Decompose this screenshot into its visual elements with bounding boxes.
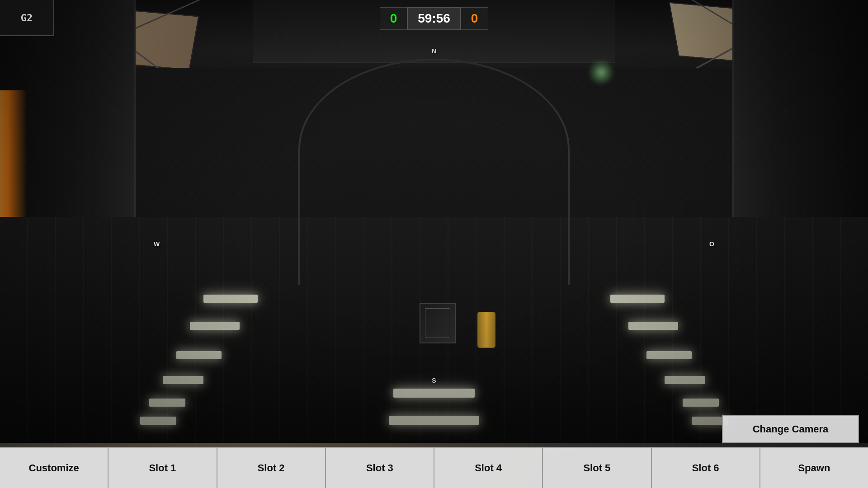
hud-top: 0 59:56 0 — [380, 7, 488, 30]
bottom-bar: Customize Slot 1 Slot 2 Slot 3 Slot 4 Sl… — [0, 447, 868, 488]
floor-panel-r6 — [610, 295, 665, 303]
floor-panel-1 — [140, 417, 176, 425]
compass-north: N — [432, 47, 436, 55]
logo-area: G2 — [0, 0, 54, 36]
logo-text: G2 — [21, 12, 33, 23]
slot6-button[interactable]: Slot 6 — [652, 448, 760, 488]
crate-prop — [420, 303, 456, 343]
change-camera-button[interactable]: Change Camera — [722, 415, 859, 443]
spawn-button[interactable]: Spawn — [760, 448, 868, 488]
floor-panel-c1 — [389, 416, 479, 425]
lens-flare — [588, 59, 615, 86]
game-scene: N S W O — [0, 0, 868, 488]
game-viewport: N S W O — [0, 0, 868, 488]
slot1-button[interactable]: Slot 1 — [108, 448, 217, 488]
floor-panel-r4 — [646, 351, 692, 359]
customize-button[interactable]: Customize — [0, 448, 108, 488]
timer-display: 59:56 — [407, 7, 461, 30]
floor-panel-6 — [203, 295, 258, 303]
floor-panel-3 — [163, 376, 203, 384]
score-right: 0 — [461, 7, 488, 30]
floor-panel-4 — [176, 351, 222, 359]
floor-panel-c2 — [393, 389, 475, 398]
score-left: 0 — [380, 7, 407, 30]
floor-panel-5 — [190, 322, 240, 330]
floor-panel-2 — [149, 399, 185, 407]
floor-panel-r5 — [628, 322, 678, 330]
floor-panel-r2 — [683, 399, 719, 407]
floor-panel-r3 — [665, 376, 705, 384]
slot3-button[interactable]: Slot 3 — [326, 448, 434, 488]
slot4-button[interactable]: Slot 4 — [434, 448, 543, 488]
slot2-button[interactable]: Slot 2 — [217, 448, 326, 488]
compass-south: S — [432, 377, 436, 384]
corridor-arch — [298, 59, 570, 285]
slot5-button[interactable]: Slot 5 — [543, 448, 651, 488]
barrel-prop — [477, 312, 495, 348]
compass-west: W — [154, 240, 160, 248]
compass-east: O — [709, 240, 714, 248]
